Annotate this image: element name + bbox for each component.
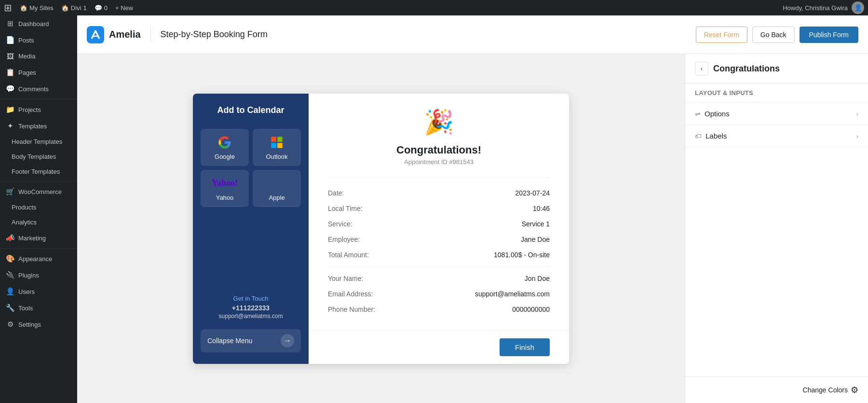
google-label: Google: [215, 153, 235, 160]
avatar: 👤: [852, 1, 864, 14]
dashboard-icon: ⊞: [6, 19, 14, 28]
sidebar-item-settings[interactable]: ⚙ Settings: [0, 316, 77, 333]
detail-row-phone: Phone Number: 0000000000: [328, 302, 550, 317]
booking-form: Add to Calendar: [193, 94, 569, 364]
booking-sidebar-footer: Get in Touch +111222333 support@ameliatm…: [201, 295, 301, 320]
sidebar-item-footer-templates[interactable]: Footer Templates: [0, 164, 77, 179]
page-header: Amelia Step-by-Step Booking Form Reset F…: [77, 15, 868, 54]
sidebar-item-marketing[interactable]: 📣 Marketing: [0, 230, 77, 246]
right-panel-labels-item[interactable]: 🏷 Labels ›: [685, 125, 868, 147]
right-panel-header: ‹ Congratulations: [685, 54, 868, 83]
sidebar-item-products[interactable]: Products: [0, 200, 77, 215]
users-icon: 👤: [6, 287, 14, 296]
add-to-calendar-title: Add to Calendar: [201, 105, 301, 115]
amelia-logo-icon: [87, 26, 104, 43]
right-panel-section-label: Layout & Inputs: [685, 83, 868, 103]
outlook-calendar-option[interactable]: Outlook: [253, 129, 301, 166]
outlook-label: Outlook: [266, 153, 288, 160]
yahoo-label: Yahoo: [216, 194, 234, 201]
header-actions: Reset Form Go Back Publish Form: [696, 27, 858, 43]
sidebar-item-dashboard[interactable]: ⊞ Dashboard: [0, 15, 77, 32]
home-icon: 🏠: [20, 4, 27, 12]
sidebar-item-pages[interactable]: 📋 Pages: [0, 64, 77, 81]
sidebar-item-media[interactable]: 🖼 Media: [0, 48, 77, 64]
apple-icon: [269, 176, 285, 191]
divi-icon: 🏠: [61, 4, 69, 12]
sidebar-item-analytics[interactable]: Analytics: [0, 215, 77, 230]
detail-row-date: Date: 2023-07-24: [328, 185, 550, 201]
posts-icon: 📄: [6, 36, 14, 44]
detail-divider: [328, 266, 550, 267]
sidebar-item-woocommerce[interactable]: 🛒 WooCommerce: [0, 183, 77, 200]
booking-sidebar: Add to Calendar: [193, 94, 309, 364]
sidebar-item-header-templates[interactable]: Header Templates: [0, 134, 77, 149]
publish-form-button[interactable]: Publish Form: [800, 27, 858, 43]
plugins-icon: 🔌: [6, 271, 14, 279]
booking-main: 🎉 Congratulations! Appointment ID #98154…: [309, 94, 569, 364]
congrats-title: Congratulations!: [396, 144, 481, 156]
sidebar-item-tools[interactable]: 🔧 Tools: [0, 300, 77, 316]
reset-form-button[interactable]: Reset Form: [696, 27, 747, 43]
options-icon: ⇌: [695, 110, 701, 118]
svg-rect-0: [87, 26, 104, 43]
wordpress-icon: ⊞: [4, 2, 12, 14]
divi-link[interactable]: 🏠 Divi 1: [61, 4, 87, 12]
media-icon: 🖼: [6, 52, 14, 60]
right-panel-options-item[interactable]: ⇌ Options ›: [685, 103, 868, 125]
finish-button[interactable]: Finish: [500, 338, 550, 356]
go-back-button[interactable]: Go Back: [752, 27, 795, 43]
right-panel: ‹ Congratulations Layout & Inputs ⇌ Opti…: [685, 54, 868, 403]
templates-icon: ✦: [6, 122, 14, 130]
detail-row-total: Total Amount: 1081.00$ - On-site: [328, 247, 550, 263]
main-content: Amelia Step-by-Step Booking Form Reset F…: [77, 15, 868, 403]
content-area: Add to Calendar: [77, 54, 868, 403]
labels-icon: 🏷: [695, 132, 702, 140]
collapse-icon: →: [281, 334, 294, 347]
contact-email: support@ameliatms.com: [201, 313, 301, 320]
apple-calendar-option[interactable]: Apple: [253, 170, 301, 207]
calendar-options: Google: [201, 129, 301, 207]
yahoo-calendar-option[interactable]: Yahoo! Yahoo: [201, 170, 249, 207]
howdy-section: Howdy, Christina Gwira 👤: [783, 1, 864, 14]
congratulations-panel: 🎉 Congratulations! Appointment ID #98154…: [309, 94, 569, 330]
yahoo-icon: Yahoo!: [217, 176, 232, 191]
party-emoji: 🎉: [424, 108, 454, 136]
get-in-touch-label: Get in Touch: [201, 295, 301, 302]
sidebar-item-comments[interactable]: 💬 Comments: [0, 81, 77, 97]
right-panel-collapse-button[interactable]: ‹: [695, 62, 708, 75]
google-calendar-option[interactable]: Google: [201, 129, 249, 166]
sidebar-item-templates[interactable]: ✦ Templates: [0, 118, 77, 134]
comments-link[interactable]: 💬 0: [95, 4, 108, 12]
tools-icon: 🔧: [6, 304, 14, 312]
sidebar-item-body-templates[interactable]: Body Templates: [0, 149, 77, 164]
right-panel-bottom: Change Colors ⚙: [685, 376, 868, 403]
sidebar: ⊞ Dashboard 📄 Posts 🖼 Media 📋 Pages 💬 Co…: [0, 15, 77, 403]
collapse-menu-button[interactable]: Collapse Menu →: [201, 329, 301, 352]
svg-rect-3: [271, 143, 276, 148]
sidebar-item-appearance[interactable]: 🎨 Appearance: [0, 250, 77, 267]
header-divider: [150, 28, 151, 42]
google-icon: [217, 135, 232, 150]
detail-row-name: Your Name: Jon Doe: [328, 271, 550, 286]
my-sites-link[interactable]: 🏠 My Sites: [20, 4, 54, 12]
outlook-icon: [269, 135, 285, 150]
options-chevron-icon: ›: [856, 110, 858, 118]
appointment-id: Appointment ID #981543: [404, 158, 474, 166]
settings-icon: ⚙: [6, 320, 14, 329]
right-panel-title: Congratulations: [713, 64, 780, 74]
sidebar-item-plugins[interactable]: 🔌 Plugins: [0, 267, 77, 283]
sidebar-item-posts[interactable]: 📄 Posts: [0, 32, 77, 48]
collapse-menu-label: Collapse Menu: [207, 337, 252, 345]
sidebar-item-projects[interactable]: 📁 Projects: [0, 101, 77, 118]
sidebar-item-users[interactable]: 👤 Users: [0, 283, 77, 300]
amelia-logo: Amelia: [87, 26, 141, 43]
comment-icon: 💬: [95, 4, 102, 12]
change-colors-button[interactable]: Change Colors ⚙: [803, 385, 858, 395]
detail-row-service: Service: Service 1: [328, 216, 550, 232]
detail-row-employee: Employee: Jane Doe: [328, 232, 550, 247]
booking-details: Date: 2023-07-24 Local Time: 10:46 Servi…: [328, 177, 550, 317]
detail-row-time: Local Time: 10:46: [328, 201, 550, 216]
marketing-icon: 📣: [6, 234, 14, 242]
projects-icon: 📁: [6, 105, 14, 114]
new-link[interactable]: + New: [115, 4, 133, 12]
